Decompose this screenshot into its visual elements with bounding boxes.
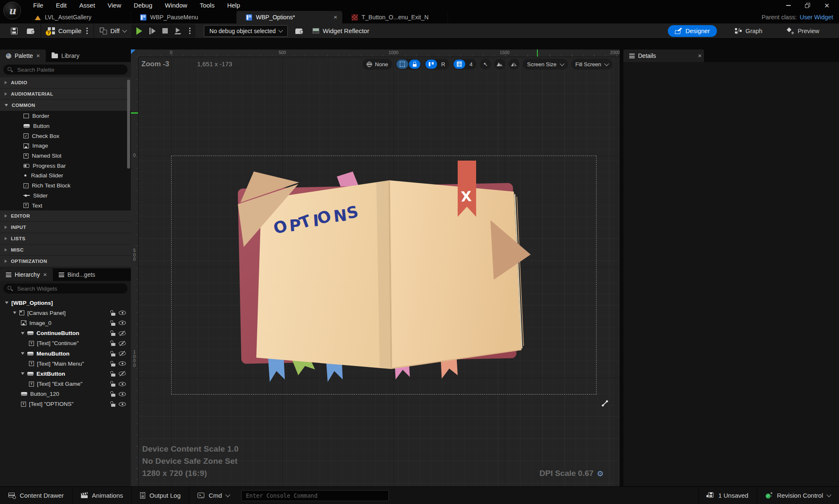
compile-options-icon[interactable]	[86, 28, 88, 34]
palette-item[interactable]: Check Box	[0, 131, 131, 141]
stop-button[interactable]	[162, 28, 168, 34]
options-menu-widget-preview[interactable]: OPTIONS X	[237, 157, 531, 384]
hierarchy-row[interactable]: Button_120	[0, 389, 131, 399]
hierarchy-search-input[interactable]	[16, 285, 123, 292]
grid-snap-button[interactable]	[453, 60, 465, 69]
flip-preview-button[interactable]	[508, 59, 519, 70]
advance-button[interactable]	[175, 28, 181, 34]
hierarchy-row[interactable]: [Text] "OPTIONS"	[0, 399, 131, 409]
mode-preview-button[interactable]: Preview	[780, 25, 826, 37]
unsaved-button[interactable]: 1 Unsaved	[698, 487, 757, 504]
diff-button[interactable]: Diff	[110, 27, 120, 34]
hierarchy-row[interactable]: [Text] "Main Menu"	[0, 359, 131, 369]
lock-widget-button[interactable]	[409, 60, 420, 69]
palette-search-input[interactable]	[16, 66, 123, 73]
mode-designer-button[interactable]: Designer	[668, 25, 717, 37]
menu-help[interactable]: Help	[221, 0, 246, 11]
palette-scrollbar[interactable]	[127, 80, 130, 169]
doc-tab[interactable]: LVL_AssetGallery	[25, 11, 131, 23]
palette-item[interactable]: Named Slot	[0, 151, 131, 161]
hierarchy-row[interactable]: [Text] "Continue"	[0, 338, 131, 348]
play-options-icon[interactable]	[189, 28, 190, 34]
designer-viewport[interactable]: OPTIONS X 0500100015002000 05 0 01 0 0 0…	[131, 49, 620, 486]
hierarchy-row[interactable]: ExitButton	[0, 369, 131, 379]
tab-library[interactable]: Library	[46, 49, 85, 62]
fill-screen-dropdown[interactable]: Fill Screen	[571, 59, 612, 70]
browse-to-asset-button[interactable]	[27, 28, 35, 34]
hierarchy-row[interactable]: MenuButton	[0, 348, 131, 359]
doc-tab[interactable]: WBP_PauseMenu	[131, 11, 237, 23]
menu-asset[interactable]: Asset	[73, 0, 102, 11]
palette-category[interactable]: OPTIMIZATION	[0, 256, 131, 267]
grid-snap-size[interactable]: 4	[466, 60, 476, 69]
palette-item[interactable]: Slider	[0, 191, 131, 201]
resize-handle-icon[interactable]	[601, 400, 609, 407]
gear-icon[interactable]: ⚙	[597, 469, 604, 478]
menu-edit[interactable]: Edit	[50, 0, 73, 11]
screen-size-dropdown[interactable]: Screen Size	[523, 59, 568, 70]
tab-bind-widgets[interactable]: Bind...gets	[53, 268, 101, 281]
minimize-button[interactable]	[779, 0, 798, 11]
palette-item[interactable]: Text	[0, 200, 131, 210]
compile-button[interactable]: Compile	[58, 27, 81, 34]
palette-item[interactable]: Border	[0, 111, 131, 121]
palette-category[interactable]: EDITOR	[0, 210, 131, 222]
animations-button[interactable]: Animations	[73, 487, 132, 504]
compile-status-icon[interactable]	[48, 27, 55, 34]
save-button[interactable]	[11, 28, 18, 34]
respect-locks-button[interactable]: R	[438, 60, 448, 69]
hierarchy-row[interactable]: [Canvas Panel]	[0, 308, 131, 318]
doc-tab[interactable]: WBP_Options*×	[237, 11, 342, 23]
tab-close-icon[interactable]: ×	[334, 14, 337, 20]
close-button[interactable]: ×	[817, 0, 836, 11]
hierarchy-row[interactable]: ContinueButton	[0, 328, 131, 338]
output-log-button[interactable]: Output Log	[132, 487, 189, 504]
hierarchy-row[interactable]: [WBP_Options]	[0, 298, 131, 308]
palette-item[interactable]: Button	[0, 121, 131, 131]
console-command-input[interactable]	[241, 490, 389, 501]
play-button[interactable]	[136, 27, 142, 35]
menu-view[interactable]: View	[102, 0, 128, 11]
close-x-button-text[interactable]: X	[461, 188, 472, 205]
palette-tab-close-icon[interactable]: ×	[36, 53, 40, 59]
palette-item[interactable]: Rich Text Block	[0, 181, 131, 191]
mode-graph-button[interactable]: Graph	[728, 25, 769, 37]
palette-category[interactable]: MISC	[0, 244, 131, 256]
hierarchy-row[interactable]: [Text] "Exit Game"	[0, 379, 131, 389]
palette-item[interactable]: Radial Slider	[0, 171, 131, 181]
preview-background-button[interactable]	[494, 59, 505, 70]
palette-category[interactable]: INPUT	[0, 222, 131, 233]
hierarchy-row[interactable]: Image_0	[0, 318, 131, 328]
menu-tools[interactable]: Tools	[193, 0, 221, 11]
palette-category[interactable]: LISTS	[0, 233, 131, 244]
palette-category[interactable]: AUDIOMATERIAL	[0, 88, 131, 100]
palette-item[interactable]: Progress Bar	[0, 161, 131, 171]
cmd-dropdown[interactable]: Cmd	[189, 487, 238, 504]
eye-icon	[119, 361, 126, 366]
select-tool-button[interactable]	[480, 59, 491, 70]
revision-control-dropdown[interactable]: Revision Control	[757, 487, 839, 504]
parent-class-link[interactable]: User Widget	[800, 14, 833, 21]
menu-file[interactable]: File	[27, 0, 50, 11]
diff-chevron-icon[interactable]	[122, 28, 127, 32]
palette-category[interactable]: COMMON	[0, 100, 131, 111]
localization-preview-button[interactable]: None	[362, 59, 392, 70]
outline-toggle-button[interactable]	[396, 60, 408, 69]
tab-palette[interactable]: Palette ×	[0, 49, 46, 62]
layout-mode-button[interactable]	[425, 60, 437, 69]
frame-skip-button[interactable]	[149, 28, 155, 34]
palette-category[interactable]: AUDIO	[0, 77, 131, 88]
menu-window[interactable]: Window	[159, 0, 193, 11]
widget-reflector-button[interactable]: Widget Reflector	[323, 27, 369, 34]
hierarchy-tab-close-icon[interactable]: ×	[43, 272, 47, 278]
maximize-button[interactable]	[798, 0, 817, 11]
debug-object-dropdown[interactable]: No debug object selected	[204, 25, 288, 37]
doc-tab[interactable]: T_Button_O...enu_Exit_N	[342, 11, 448, 23]
tab-hierarchy[interactable]: Hierarchy ×	[0, 268, 53, 281]
menu-debug[interactable]: Debug	[128, 0, 159, 11]
palette-item[interactable]: Image	[0, 141, 131, 151]
content-drawer-button[interactable]: Content Drawer	[0, 487, 73, 504]
debug-browse-button[interactable]	[295, 28, 303, 34]
details-tab-close-icon[interactable]: ×	[698, 53, 702, 59]
tab-details[interactable]: Details ×	[623, 49, 704, 62]
